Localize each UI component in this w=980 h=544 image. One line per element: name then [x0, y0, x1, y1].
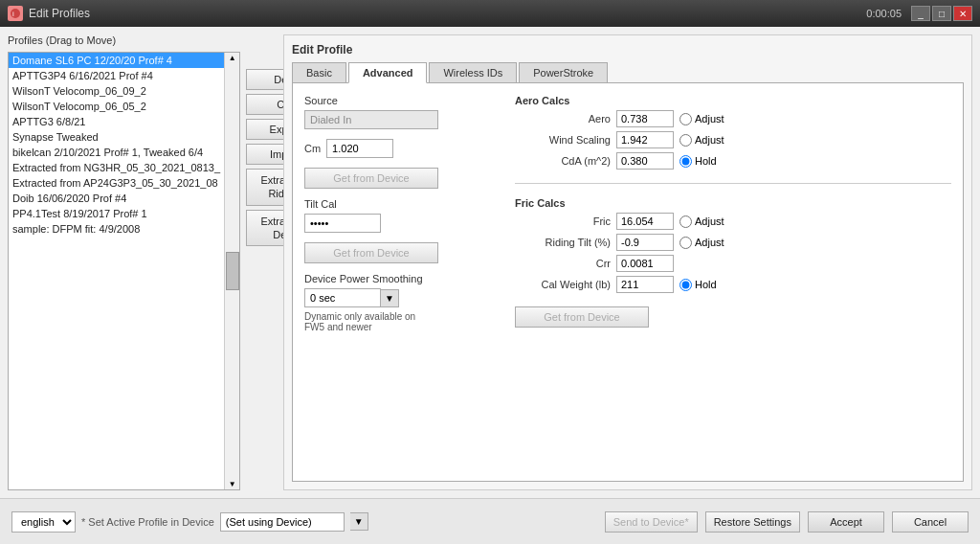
tilt-cal-group: Tilt Cal: [304, 198, 496, 233]
fric-adjust-radio[interactable]: Adjust: [679, 215, 724, 228]
cda-input[interactable]: [616, 152, 674, 170]
riding-tilt-row: Riding Tilt (%) Adjust: [515, 234, 951, 251]
maximize-button[interactable]: □: [932, 6, 951, 21]
list-item[interactable]: WilsonT Velocomp_06_09_2: [9, 83, 224, 99]
title-bar-left: i Edit Profiles: [8, 6, 90, 21]
main-window: i Edit Profiles 0:00:05 _ □ ✕ Profiles (…: [0, 0, 980, 544]
aero-row: Aero Adjust: [515, 110, 951, 127]
language-select[interactable]: english: [11, 511, 76, 533]
list-item[interactable]: sample: DFPM fit: 4/9/2008: [9, 221, 224, 237]
fric-input[interactable]: [616, 213, 674, 230]
scroll-thumb[interactable]: [226, 252, 239, 290]
edit-profile-title: Edit Profile: [292, 43, 964, 57]
list-item[interactable]: bikelcan 2/10/2021 Prof# 1, Tweaked 6/4: [9, 145, 224, 160]
list-item[interactable]: Extracted from AP24G3P3_05_30_2021_08: [9, 175, 224, 191]
cda-label: CdA (m^2): [515, 155, 611, 167]
scroll-up-arrow[interactable]: ▲: [229, 54, 236, 62]
tab-advanced[interactable]: Advanced: [348, 62, 428, 83]
advanced-right-col: Aero Calcs Aero Adjust: [515, 95, 951, 469]
crr-label: Crr: [515, 258, 611, 269]
right-panel: Edit Profile Basic Advanced Wireless IDs…: [283, 34, 972, 490]
tab-basic[interactable]: Basic: [292, 62, 346, 82]
wind-scaling-input[interactable]: [616, 131, 674, 148]
cm-input[interactable]: [326, 139, 393, 158]
get-from-device-1-button[interactable]: Get from Device: [304, 168, 438, 189]
active-profile-input[interactable]: [220, 512, 345, 532]
source-group: Source: [304, 95, 496, 129]
cal-weight-row: Cal Weight (lb) Hold: [515, 276, 951, 293]
list-item[interactable]: APTTG3 6/8/21: [9, 114, 224, 129]
restore-settings-button[interactable]: Restore Settings: [705, 511, 800, 533]
send-to-device-button[interactable]: Send to Device*: [605, 511, 698, 533]
tilt-cal-input[interactable]: [304, 214, 381, 233]
list-item[interactable]: Domane SL6 PC 12/20/20 Prof# 4: [9, 53, 224, 68]
profiles-title: Profiles (Drag to Move): [8, 34, 276, 46]
content-area: Profiles (Drag to Move) Domane SL6 PC 12…: [0, 27, 980, 498]
bottom-bar: english * Set Active Profile in Device ▼…: [0, 498, 980, 544]
scroll-down-arrow[interactable]: ▼: [229, 480, 236, 488]
left-pane: Profiles (Drag to Move) Domane SL6 PC 12…: [8, 34, 276, 490]
cal-weight-input[interactable]: [616, 276, 674, 293]
device-power-select-wrapper: ▼: [304, 288, 496, 307]
get-from-device-2-button[interactable]: Get from Device: [304, 242, 438, 263]
list-item[interactable]: Doib 16/06/2020 Prof #4: [9, 191, 224, 206]
aero-calcs-section: Aero Calcs Aero Adjust: [515, 95, 951, 170]
aero-input[interactable]: [616, 110, 674, 127]
svg-text:i: i: [12, 10, 14, 18]
list-item[interactable]: WilsonT Velocomp_06_05_2: [9, 99, 224, 114]
minimize-button[interactable]: _: [911, 6, 930, 21]
riding-tilt-adjust-radio[interactable]: Adjust: [679, 237, 724, 249]
cda-hold-radio[interactable]: Hold: [679, 155, 717, 168]
fric-row: Fric Adjust: [515, 213, 951, 230]
aero-label: Aero: [515, 113, 611, 125]
wind-scaling-label: Wind Scaling: [515, 134, 611, 146]
accept-button[interactable]: Accept: [808, 511, 884, 533]
fric-calcs-section: Fric Calcs Fric Adjust Riding Tilt (%): [515, 197, 951, 293]
wind-scaling-row: Wind Scaling Adjust: [515, 131, 951, 148]
tab-content-advanced: Source Cm Get from Device Tilt Cal: [292, 83, 964, 482]
profiles-section: Domane SL6 PC 12/20/20 Prof# 4 APTTG3P4 …: [8, 52, 276, 490]
tab-wireless-ids[interactable]: Wireless IDs: [429, 62, 517, 82]
active-profile-dropdown-button[interactable]: ▼: [350, 512, 368, 531]
aero-radio-group: Adjust: [679, 113, 724, 125]
riding-tilt-input[interactable]: [616, 234, 674, 251]
fric-calcs: Fric Adjust Riding Tilt (%) Adj: [515, 213, 951, 293]
advanced-left-col: Source Cm Get from Device Tilt Cal: [304, 95, 496, 469]
profiles-list-wrapper: Domane SL6 PC 12/20/20 Prof# 4 APTTG3P4 …: [8, 52, 240, 490]
list-item[interactable]: Synapse Tweaked: [9, 129, 224, 145]
active-profile-label: * Set Active Profile in Device: [81, 516, 214, 528]
device-power-note: Dynamic only available onFW5 and newer: [304, 311, 496, 332]
tab-powerstroke[interactable]: PowerStroke: [519, 62, 608, 82]
list-item[interactable]: Extracted from NG3HR_05_30_2021_0813_: [9, 160, 224, 175]
window-title: Edit Profiles: [29, 7, 90, 20]
cm-label: Cm: [304, 143, 321, 154]
cal-weight-label: Cal Weight (lb): [515, 279, 611, 290]
list-item[interactable]: PP4.1Test 8/19/2017 Prof# 1: [9, 206, 224, 221]
time-display: 0:00:05: [866, 8, 902, 19]
device-power-input[interactable]: [304, 288, 381, 307]
cancel-button[interactable]: Cancel: [892, 511, 969, 533]
fric-label: Fric: [515, 215, 611, 227]
tabs: Basic Advanced Wireless IDs PowerStroke: [292, 62, 964, 83]
bottom-left: english * Set Active Profile in Device ▼: [11, 511, 368, 533]
get-from-device-3-button[interactable]: Get from Device: [515, 306, 649, 328]
fric-hold-radio[interactable]: Hold: [679, 279, 717, 291]
aero-calcs-label: Aero Calcs: [515, 95, 951, 106]
riding-tilt-label: Riding Tilt (%): [515, 237, 611, 248]
list-item[interactable]: APTTG3P4 6/16/2021 Prof #4: [9, 68, 224, 83]
scrollbar[interactable]: ▲ ▼: [224, 53, 239, 489]
app-icon: i: [8, 6, 23, 21]
aero-adjust-radio[interactable]: Adjust: [679, 113, 724, 125]
close-button[interactable]: ✕: [953, 6, 972, 21]
fric-calcs-label: Fric Calcs: [515, 197, 951, 209]
crr-row: Crr: [515, 255, 951, 272]
aero-calcs: Aero Adjust Wind Scaling: [515, 110, 951, 170]
bottom-right: Send to Device* Restore Settings Accept …: [605, 511, 969, 533]
tilt-cal-label: Tilt Cal: [304, 198, 337, 210]
device-power-dropdown-button[interactable]: ▼: [381, 289, 399, 307]
source-label: Source: [304, 95, 496, 106]
source-input[interactable]: [304, 110, 438, 129]
crr-input[interactable]: [616, 255, 674, 272]
wind-adjust-radio[interactable]: Adjust: [679, 134, 724, 147]
cm-group: Cm: [304, 139, 496, 158]
